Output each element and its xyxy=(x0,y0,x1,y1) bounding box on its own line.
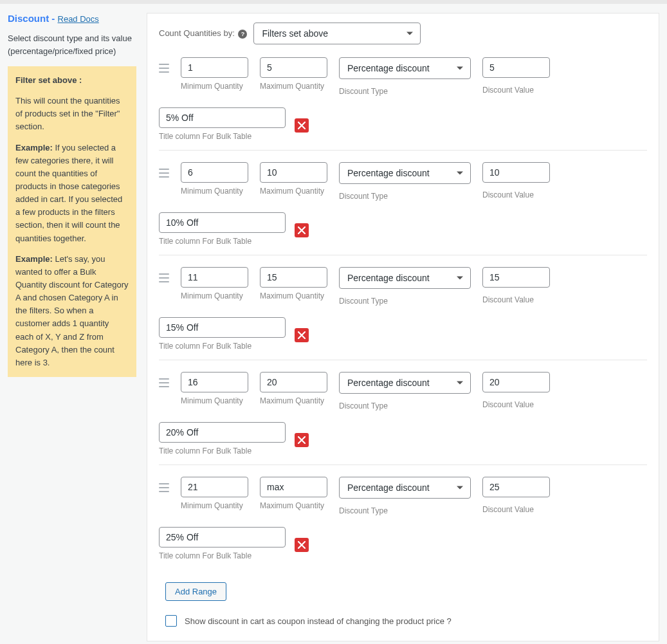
minimum-quantity-input[interactable] xyxy=(181,162,248,183)
discount-type-label: Discount Type xyxy=(339,506,471,515)
count-quantities-label: Count Quantities by: ? xyxy=(159,28,247,39)
info-example2-text: Let's say, you wanted to offer a Bulk Qu… xyxy=(15,254,129,367)
section-title: Discount - Read Docs xyxy=(8,13,136,24)
info-p1: This will count the quantities of produc… xyxy=(15,95,129,133)
minimum-quantity-label: Minimum Quantity xyxy=(181,291,248,300)
title-column-input[interactable] xyxy=(159,422,286,443)
info-box: Filter set above : This will count the q… xyxy=(8,66,136,377)
discount-type-select[interactable]: Percentage discount xyxy=(339,372,471,394)
info-example1-label: Example: xyxy=(15,143,53,152)
title-column-label: Title column For Bulk Table xyxy=(159,342,286,351)
range-block: Minimum Quantity Maximum Quantity Percen… xyxy=(159,465,647,569)
range-block: Minimum Quantity Maximum Quantity Percen… xyxy=(159,57,647,150)
discount-value-input[interactable] xyxy=(482,267,550,288)
discount-type-label: Discount Type xyxy=(339,87,471,96)
delete-range-button[interactable] xyxy=(295,433,309,447)
minimum-quantity-input[interactable] xyxy=(181,267,248,288)
discount-value-label: Discount Value xyxy=(482,190,550,199)
minimum-quantity-label: Minimum Quantity xyxy=(181,501,248,510)
minimum-quantity-label: Minimum Quantity xyxy=(181,396,248,405)
drag-handle-icon[interactable] xyxy=(159,273,169,282)
title-column-label: Title column For Bulk Table xyxy=(159,132,286,141)
delete-range-button[interactable] xyxy=(295,328,309,342)
info-example1-text: If you selected a few categories there, … xyxy=(15,143,122,243)
discount-type-label: Discount Type xyxy=(339,401,471,410)
maximum-quantity-label: Maximum Quantity xyxy=(260,501,327,510)
info-heading: Filter set above : xyxy=(15,75,82,85)
discount-value-label: Discount Value xyxy=(482,400,550,409)
minimum-quantity-input[interactable] xyxy=(181,477,248,497)
maximum-quantity-label: Maximum Quantity xyxy=(260,291,327,300)
show-as-coupon-checkbox[interactable] xyxy=(165,615,177,627)
discount-type-select[interactable]: Percentage discount xyxy=(339,162,471,184)
minimum-quantity-label: Minimum Quantity xyxy=(181,82,248,91)
title-column-input[interactable] xyxy=(159,212,286,233)
delete-range-button[interactable] xyxy=(295,538,309,552)
minimum-quantity-input[interactable] xyxy=(181,372,248,392)
maximum-quantity-input[interactable] xyxy=(260,162,327,183)
discount-type-label: Discount Type xyxy=(339,297,471,306)
section-title-text: Discount xyxy=(8,13,49,24)
help-icon[interactable]: ? xyxy=(238,30,247,39)
maximum-quantity-label: Maximum Quantity xyxy=(260,396,327,405)
title-column-label: Title column For Bulk Table xyxy=(159,446,286,455)
discount-value-input[interactable] xyxy=(482,57,550,78)
count-quantities-select[interactable]: Filters set above xyxy=(253,23,421,44)
maximum-quantity-input[interactable] xyxy=(260,477,327,497)
drag-handle-icon[interactable] xyxy=(159,169,169,178)
range-block: Minimum Quantity Maximum Quantity Percen… xyxy=(159,150,647,255)
delete-range-button[interactable] xyxy=(295,118,309,133)
maximum-quantity-input[interactable] xyxy=(260,267,327,288)
close-icon xyxy=(298,436,306,444)
drag-handle-icon[interactable] xyxy=(159,378,169,387)
discount-value-label: Discount Value xyxy=(482,295,550,304)
info-example2-label: Example: xyxy=(15,254,53,264)
range-block: Minimum Quantity Maximum Quantity Percen… xyxy=(159,255,647,360)
discount-type-select[interactable]: Percentage discount xyxy=(339,57,471,79)
read-docs-link[interactable]: Read Docs xyxy=(58,14,99,24)
section-description: Select discount type and its value (perc… xyxy=(8,32,136,57)
drag-handle-icon[interactable] xyxy=(159,64,169,73)
maximum-quantity-input[interactable] xyxy=(260,57,327,78)
discount-value-input[interactable] xyxy=(482,372,550,392)
discount-value-label: Discount Value xyxy=(482,505,550,514)
close-icon xyxy=(298,226,306,234)
title-column-label: Title column For Bulk Table xyxy=(159,237,286,246)
title-column-input[interactable] xyxy=(159,527,286,547)
discount-value-input[interactable] xyxy=(482,477,550,497)
close-icon xyxy=(298,331,306,339)
discount-value-label: Discount Value xyxy=(482,86,550,95)
title-dash: - xyxy=(49,13,57,24)
add-range-button[interactable]: Add Range xyxy=(165,582,226,601)
maximum-quantity-label: Maximum Quantity xyxy=(260,187,327,196)
discount-type-select[interactable]: Percentage discount xyxy=(339,267,471,289)
maximum-quantity-input[interactable] xyxy=(260,372,327,392)
minimum-quantity-label: Minimum Quantity xyxy=(181,187,248,196)
close-icon xyxy=(298,541,306,549)
title-column-input[interactable] xyxy=(159,317,286,338)
range-block: Minimum Quantity Maximum Quantity Percen… xyxy=(159,360,647,465)
discount-type-select[interactable]: Percentage discount xyxy=(339,477,471,499)
title-column-label: Title column For Bulk Table xyxy=(159,551,286,560)
discount-type-label: Discount Type xyxy=(339,192,471,201)
close-icon xyxy=(298,122,306,129)
maximum-quantity-label: Maximum Quantity xyxy=(260,82,327,91)
drag-handle-icon[interactable] xyxy=(159,483,169,492)
minimum-quantity-input[interactable] xyxy=(181,57,248,78)
title-column-input[interactable] xyxy=(159,107,286,128)
delete-range-button[interactable] xyxy=(295,223,309,237)
discount-value-input[interactable] xyxy=(482,162,550,183)
show-as-coupon-label: Show discount in cart as coupon instead … xyxy=(185,616,452,626)
